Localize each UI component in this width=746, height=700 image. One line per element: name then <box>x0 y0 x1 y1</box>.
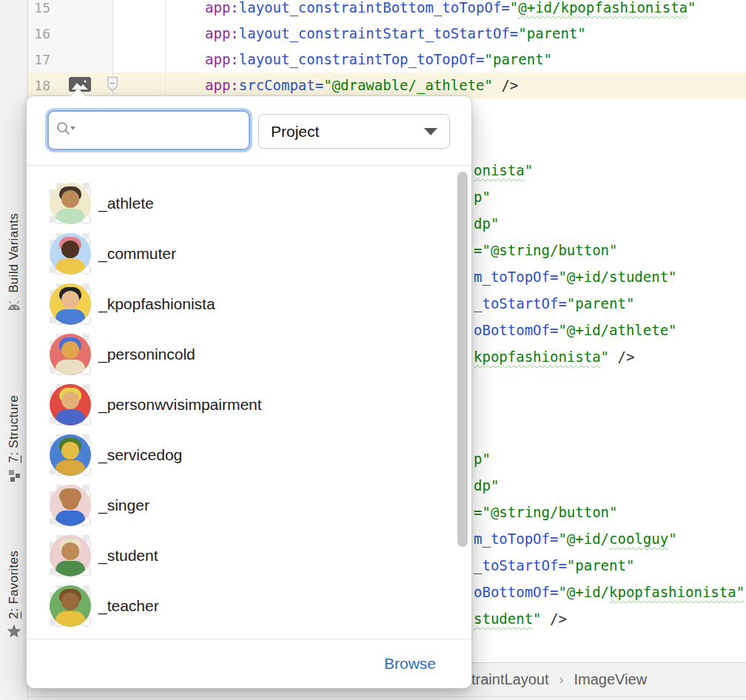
resource-name: _singer <box>98 480 149 531</box>
popup-scrollbar[interactable] <box>457 172 468 547</box>
code-token: " <box>601 349 609 365</box>
breadcrumb-item[interactable]: ImageView <box>574 671 648 688</box>
code-text: app:layout_constraintTop_toTopOf="parent… <box>205 47 552 73</box>
code-token: kpopfashionista" <box>609 584 745 600</box>
breadcrumb-item[interactable]: traintLayout <box>471 671 549 688</box>
line-number: 16 <box>28 21 50 47</box>
code-token: "@+id/ <box>558 584 609 600</box>
code-token: = <box>550 269 558 285</box>
code-line-18[interactable]: 18app:srcCompat="@drawable/_athlete" /> <box>28 73 746 98</box>
code-token: "@+id/student" <box>558 269 676 285</box>
resource-list-item_personwvisimpairment[interactable]: _personwvisimpairment <box>27 380 452 430</box>
code-token: = <box>476 51 484 67</box>
code-token: layout_constraintStart_toStartOf <box>239 25 510 41</box>
resource-name: _servicedog <box>98 430 182 480</box>
code-line-17[interactable]: 17app:layout_constraintTop_toTopOf="pare… <box>28 47 746 73</box>
tool-stripe: Build Variants7: Structure2: Favorites <box>0 0 28 700</box>
code-fragment-line: oBottomOf="@+id/athlete" <box>474 317 677 343</box>
code-token: app: <box>205 25 239 41</box>
indent-guide <box>165 0 166 100</box>
code-text: app:layout_constraintStart_toStartOf="pa… <box>205 21 586 47</box>
code-token: dp" <box>474 215 499 232</box>
search-field[interactable] <box>47 110 250 150</box>
resource-list-item_student[interactable]: _student <box>27 531 452 581</box>
code-token: " <box>525 162 533 178</box>
code-token: app: <box>205 51 239 67</box>
drawable-thumbnail <box>50 535 91 576</box>
breadcrumb-separator: › <box>560 672 564 687</box>
code-token: student <box>474 610 533 627</box>
code-fragment-line: oBottomOf="@+id/kpopfashionista" <box>474 579 745 605</box>
code-token: "parent" <box>518 25 586 41</box>
scope-dropdown[interactable]: Project <box>258 114 450 149</box>
line-number: 17 <box>28 47 50 73</box>
code-line-15[interactable]: 15app:layout_constraintBottom_toTopOf="@… <box>28 0 746 21</box>
header-divider <box>27 165 471 166</box>
code-fragment-line: m_toTopOf="@+id/student" <box>474 263 677 290</box>
resource-list-item_kpopfashionista[interactable]: _kpopfashionista <box>27 279 452 329</box>
code-token: " <box>510 0 518 16</box>
code-text: app:layout_constraintBottom_toTopOf="@+i… <box>205 0 696 21</box>
android-icon <box>7 298 21 313</box>
code-fragment-group-1[interactable]: onista"p"dp"="@string/button"m_toTopOf="… <box>474 157 677 370</box>
code-token: /> <box>493 77 518 93</box>
code-token: " <box>533 610 541 627</box>
tool-window-label: Build Variants <box>7 213 21 293</box>
code-token: m_toTopOf <box>474 269 550 285</box>
code-token: = <box>550 531 558 547</box>
drawable-thumbnail <box>50 283 91 325</box>
code-fragment-line: ="@string/button" <box>474 237 677 263</box>
resource-list-item_commuter[interactable]: _commuter <box>27 229 452 279</box>
code-token: coolguy <box>609 531 668 547</box>
code-fragment-line: dp" <box>474 210 677 237</box>
resource-name: _personwvisimpairment <box>98 380 262 430</box>
tool-window-button-structure[interactable]: 7: Structure <box>0 395 28 482</box>
resource-name: _personincold <box>98 329 195 380</box>
popup-footer: Browse <box>27 639 471 688</box>
resource-name: _commuter <box>98 229 176 279</box>
code-token: = <box>315 77 323 93</box>
resource-name: _student <box>98 531 158 581</box>
code-token: /> <box>609 349 634 365</box>
code-fragment-line: dp" <box>474 472 745 499</box>
structure-icon <box>7 468 21 482</box>
code-token: ="@string/button" <box>474 504 617 520</box>
code-fragment-line: kpopfashionista" /> <box>474 343 677 370</box>
code-token: ="@string/button" <box>474 242 617 258</box>
drawable-thumbnail <box>50 334 91 375</box>
code-line-16[interactable]: 16app:layout_constraintStart_toStartOf="… <box>28 21 746 47</box>
drawable-thumbnail <box>50 434 91 476</box>
code-token: @+id/kpopfashionista <box>518 0 688 16</box>
code-token: = <box>550 584 558 600</box>
resource-list-item_singer[interactable]: _singer <box>27 480 452 531</box>
tool-window-button-favorites[interactable]: 2: Favorites <box>0 551 28 639</box>
code-token: = <box>510 25 518 41</box>
search-icon <box>56 121 76 139</box>
tool-window-button-build-variants[interactable]: Build Variants <box>0 213 28 313</box>
code-token: p" <box>474 451 491 467</box>
code-fragment-group-2[interactable]: p"dp"="@string/button"m_toTopOf="@+id/co… <box>474 445 745 632</box>
resource-list-item_teacher[interactable]: _teacher <box>27 581 452 631</box>
drawable-thumbnail <box>50 183 91 224</box>
code-token: "@+id/athlete" <box>558 322 676 338</box>
code-fragment-line: ="@string/button" <box>474 499 745 525</box>
code-token: "parent" <box>485 51 553 67</box>
tool-window-label: 7: Structure <box>7 395 21 462</box>
resource-list-item_athlete[interactable]: _athlete <box>27 178 452 229</box>
android-studio-editor: Build Variants7: Structure2: Favorites 1… <box>0 0 746 700</box>
code-token: app: <box>205 77 239 93</box>
search-input[interactable] <box>76 112 272 149</box>
tool-window-label: 2: Favorites <box>7 551 21 619</box>
code-fragment-line: m_toTopOf="@+id/coolguy" <box>474 525 745 552</box>
code-token: srcCompat <box>239 77 315 93</box>
resource-name: _teacher <box>98 581 159 631</box>
breadcrumb: traintLayout›ImageView <box>471 663 647 696</box>
code-fragment-line: onista" <box>474 157 677 184</box>
browse-button[interactable]: Browse <box>384 655 436 673</box>
code-token: /> <box>542 610 567 627</box>
resource-list-item_personincold[interactable]: _personincold <box>27 329 452 380</box>
drawable-thumbnail <box>50 585 91 627</box>
resource-list-item_servicedog[interactable]: _servicedog <box>27 430 452 480</box>
code-token: "parent" <box>567 295 635 312</box>
line-number: 15 <box>28 0 50 21</box>
